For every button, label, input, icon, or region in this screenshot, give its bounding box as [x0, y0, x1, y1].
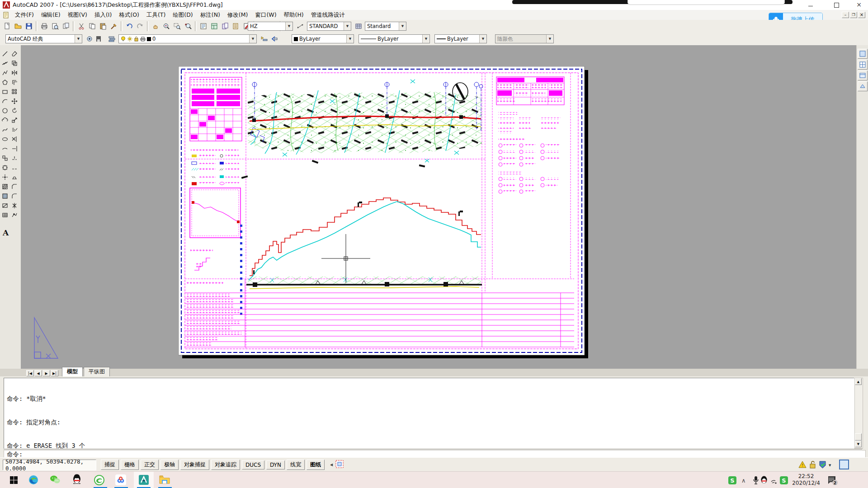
chamfer-button[interactable] [9, 182, 19, 191]
clean-screen-button[interactable] [839, 460, 849, 471]
chevron-down-icon[interactable]: ▼ [344, 22, 351, 30]
table-style-icon[interactable] [354, 21, 363, 31]
break-at-point-button[interactable] [9, 153, 19, 163]
zoom-window-button[interactable] [172, 21, 182, 31]
menu-modify[interactable]: 修改(M) [224, 10, 252, 20]
coordinate-readout[interactable]: 50734.4984, 50394.0278, 0.0000 [3, 460, 96, 470]
open-button[interactable] [13, 21, 23, 31]
join-button[interactable] [9, 172, 19, 182]
qq-tray-icon[interactable] [759, 474, 769, 485]
chevron-down-icon[interactable]: ▼ [422, 35, 429, 43]
ortho-toggle[interactable]: 正交 [141, 460, 159, 470]
rectangle-button[interactable] [0, 87, 9, 96]
ellipse-button[interactable] [0, 134, 9, 144]
polygon-button[interactable] [0, 77, 9, 87]
menu-window[interactable]: 窗口(W) [251, 10, 280, 20]
3d-views-icon[interactable] [858, 81, 868, 91]
otrack-toggle[interactable]: 对象追踪 [211, 460, 240, 470]
command-prompt-input[interactable]: 命令: [4, 450, 866, 458]
grid-toggle[interactable]: 栅格 [121, 460, 139, 470]
plot-button[interactable] [39, 21, 49, 31]
lwt-toggle[interactable]: 线宽 [287, 460, 305, 470]
chevron-down-icon[interactable]: ▼ [75, 35, 82, 43]
tab-next-button[interactable]: ▶ [42, 370, 50, 376]
gradient-button[interactable] [0, 191, 9, 201]
plot-preview-button[interactable] [50, 21, 60, 31]
mdi-minimize-button[interactable]: – [842, 12, 849, 18]
layer-previous-icon[interactable] [269, 34, 279, 44]
extend-button[interactable] [9, 144, 19, 153]
autoscale-lock-icon[interactable] [809, 460, 816, 470]
save-button[interactable] [24, 21, 34, 31]
edge-icon[interactable] [28, 474, 39, 485]
arc-button[interactable] [0, 96, 9, 106]
autocad-taskbar-active-tile[interactable] [134, 472, 154, 488]
array-button[interactable] [9, 87, 19, 96]
dim-style-icon[interactable] [295, 21, 305, 31]
paste-button[interactable] [98, 21, 108, 31]
offset-button[interactable] [9, 77, 19, 87]
dyn-toggle[interactable]: DYN [266, 460, 285, 469]
text-style-combo[interactable]: HZ▼ [248, 22, 293, 31]
hatch-button[interactable] [0, 182, 9, 191]
rotate-button[interactable] [9, 106, 19, 115]
seafile-tray-icon-2[interactable]: S [778, 475, 789, 486]
paper-model-toggle[interactable]: 图纸 [307, 460, 325, 470]
designcenter-button[interactable] [209, 21, 219, 31]
menu-insert[interactable]: 插入(I) [91, 10, 115, 20]
tab-model[interactable]: 模型 [62, 367, 83, 376]
trim-button[interactable] [9, 134, 19, 144]
circle-button[interactable] [0, 106, 9, 115]
wechat-icon[interactable] [50, 474, 61, 485]
copy-clip-button[interactable] [87, 21, 97, 31]
erase-button[interactable] [9, 49, 19, 58]
named-views-icon[interactable] [858, 70, 868, 80]
ducs-toggle[interactable]: DUCS [242, 460, 264, 469]
layer-combo[interactable]: 0 ▼ [118, 34, 257, 43]
match-properties-button[interactable] [109, 21, 119, 31]
zoom-previous-button[interactable] [183, 21, 193, 31]
menu-file[interactable]: 文件(F) [11, 10, 38, 20]
sheet-set-manager-button[interactable] [231, 21, 241, 31]
insert-block-button[interactable] [0, 153, 9, 163]
mdi-restore-button[interactable]: ❒ [850, 12, 857, 18]
menu-help[interactable]: 帮助(H) [280, 10, 307, 20]
chevron-down-icon[interactable]: ▼ [285, 22, 292, 30]
clean-screen-icon[interactable] [858, 49, 868, 59]
line-button[interactable] [0, 49, 9, 58]
table-button[interactable] [0, 210, 9, 220]
chevron-down-icon[interactable]: ▼ [479, 35, 486, 43]
multiline-text-button[interactable]: A [1, 228, 10, 239]
spline-button[interactable] [0, 125, 9, 134]
point-button[interactable] [0, 172, 9, 182]
drawing-canvas[interactable] [21, 45, 856, 369]
mirror-button[interactable] [9, 68, 19, 77]
construction-line-button[interactable] [0, 58, 9, 68]
start-button[interactable] [8, 474, 19, 485]
tab-last-button[interactable]: ▶| [51, 370, 58, 376]
polyline-button[interactable] [0, 68, 9, 77]
publish-button[interactable] [61, 21, 71, 31]
snap-toggle[interactable]: 捕捉 [101, 460, 119, 470]
dim-style-combo[interactable]: STANDARD▼ [307, 22, 351, 31]
move-button[interactable] [9, 96, 19, 106]
status-collapse-icon[interactable]: ◀ [330, 463, 333, 467]
break-button[interactable] [9, 163, 19, 172]
pan-button[interactable] [151, 21, 160, 31]
restore-button[interactable] [830, 0, 843, 9]
polar-toggle[interactable]: 极轴 [160, 460, 179, 470]
region-button[interactable] [0, 201, 9, 210]
cloud-360-icon[interactable] [115, 474, 126, 485]
stretch-button[interactable] [9, 125, 19, 134]
browser-360-icon[interactable] [94, 474, 104, 485]
cut-icon[interactable] [76, 21, 86, 31]
revision-cloud-button[interactable] [0, 115, 9, 125]
layer-plot-icon[interactable] [140, 37, 146, 42]
menu-view[interactable]: 视图(V) [64, 10, 91, 20]
osnap-toggle[interactable]: 对象捕捉 [180, 460, 209, 470]
hidden-icons-chevron[interactable]: ∧ [741, 477, 746, 484]
notification-center-icon[interactable]: 2 [826, 475, 838, 487]
menu-draw[interactable]: 绘图(D) [169, 10, 196, 20]
make-object-layer-current-icon[interactable] [259, 34, 269, 44]
redo-button[interactable] [135, 21, 145, 31]
